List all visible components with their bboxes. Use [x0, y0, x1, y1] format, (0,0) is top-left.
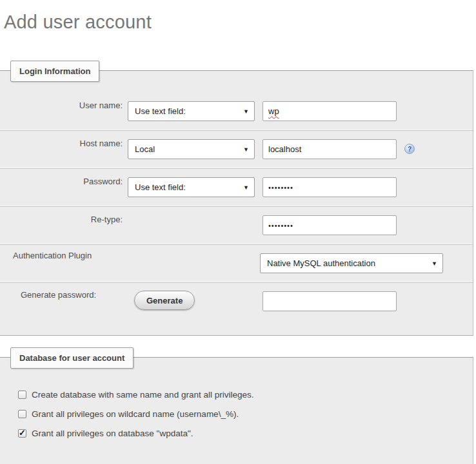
username-input-value: wp — [268, 106, 279, 116]
add-user-account-page: Add user account Login Information User … — [0, 12, 476, 464]
grant-wpdata-option: Grant all privileges on database "wpdata… — [18, 429, 473, 438]
create-database-checkbox[interactable] — [18, 391, 26, 399]
password-row: Password: Use text field: ▼ — [0, 169, 473, 206]
create-database-option-label: Create database with same name and grant… — [32, 390, 253, 400]
chevron-down-icon: ▼ — [431, 260, 437, 267]
generate-password-label: Generate password: — [21, 290, 96, 300]
page-title: Add user account — [4, 12, 476, 33]
password-label: Password: — [0, 177, 123, 186]
retype-row: Re-type: — [0, 207, 473, 244]
hostname-label: Host name: — [0, 139, 123, 148]
grant-wpdata-checkbox[interactable] — [18, 429, 26, 438]
wildcard-privileges-option-label: Grant all privileges on wildcard name (u… — [32, 409, 239, 419]
retype-label: Re-type: — [0, 215, 123, 224]
password-type-select-value: Use text field: — [135, 182, 186, 192]
username-type-select-value: Use text field: — [135, 106, 186, 116]
password-input[interactable] — [263, 177, 397, 197]
create-database-option: Create database with same name and grant… — [18, 390, 473, 399]
auth-plugin-select-value: Native MySQL authentication — [267, 258, 375, 268]
username-input[interactable]: wp — [263, 101, 397, 121]
database-section: Database for user account Create databas… — [0, 357, 473, 464]
login-information-legend: Login Information — [10, 61, 99, 82]
generated-password-input[interactable] — [263, 291, 397, 311]
help-icon[interactable]: ? — [404, 144, 415, 154]
database-legend: Database for user account — [10, 347, 134, 369]
wildcard-privileges-option: Grant all privileges on wildcard name (u… — [18, 409, 473, 418]
login-information-section: Login Information User name: Use text fi… — [0, 70, 473, 336]
chevron-down-icon: ▼ — [243, 108, 249, 115]
username-label: User name: — [0, 101, 123, 110]
username-type-select[interactable]: Use text field: ▼ — [128, 101, 255, 121]
retype-password-input[interactable] — [263, 215, 397, 235]
generate-button[interactable]: Generate — [134, 291, 195, 310]
chevron-down-icon: ▼ — [243, 146, 249, 153]
wildcard-privileges-checkbox[interactable] — [18, 410, 26, 418]
generate-password-row: Generate password: Generate — [0, 283, 473, 320]
auth-plugin-select[interactable]: Native MySQL authentication ▼ — [260, 253, 443, 273]
hostname-row: Host name: Local ▼ ? — [0, 131, 473, 168]
username-row: User name: Use text field: ▼ wp — [0, 93, 473, 130]
hostname-input[interactable] — [263, 139, 397, 159]
auth-plugin-label: Authentication Plugin — [13, 251, 92, 260]
auth-plugin-row: Authentication Plugin Native MySQL authe… — [0, 245, 473, 282]
grant-wpdata-option-label: Grant all privileges on database "wpdata… — [32, 429, 193, 438]
hostname-type-select[interactable]: Local ▼ — [128, 139, 255, 159]
chevron-down-icon: ▼ — [243, 184, 249, 191]
password-type-select[interactable]: Use text field: ▼ — [128, 177, 255, 197]
hostname-type-select-value: Local — [135, 144, 155, 154]
